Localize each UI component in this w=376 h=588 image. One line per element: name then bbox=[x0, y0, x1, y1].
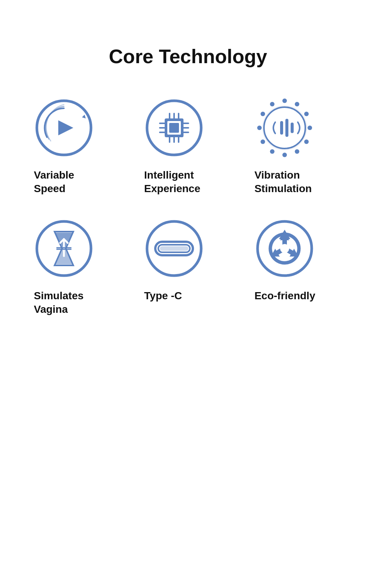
vibration-stimulation-icon bbox=[255, 98, 315, 158]
svg-point-21 bbox=[304, 112, 309, 116]
card-simulates-vagina: SimulatesVagina bbox=[26, 218, 129, 317]
svg-point-20 bbox=[295, 102, 299, 106]
eco-friendly-label: Eco-friendly bbox=[255, 289, 315, 303]
svg-point-27 bbox=[261, 139, 265, 144]
type-c-label: Type -C bbox=[144, 289, 182, 303]
svg-point-25 bbox=[282, 153, 287, 157]
eco-friendly-icon bbox=[255, 218, 315, 279]
svg-rect-5 bbox=[169, 123, 179, 133]
svg-marker-1 bbox=[58, 120, 73, 135]
svg-point-23 bbox=[304, 139, 309, 144]
intelligent-experience-label: IntelligentExperience bbox=[144, 168, 200, 196]
svg-rect-33 bbox=[280, 121, 283, 135]
simulates-vagina-icon bbox=[34, 218, 94, 279]
card-vibration-stimulation: VibrationStimulation bbox=[247, 98, 350, 196]
type-c-icon bbox=[144, 218, 204, 279]
card-variable-speed: VariableSpeed bbox=[26, 98, 129, 196]
svg-point-45 bbox=[280, 244, 289, 253]
features-grid: VariableSpeed bbox=[19, 98, 357, 317]
svg-point-30 bbox=[270, 102, 274, 106]
variable-speed-icon bbox=[34, 98, 94, 158]
intelligent-experience-icon bbox=[144, 98, 204, 158]
svg-point-28 bbox=[257, 126, 262, 130]
svg-rect-43 bbox=[160, 246, 188, 251]
svg-point-19 bbox=[282, 99, 287, 103]
svg-point-24 bbox=[295, 149, 299, 154]
svg-point-26 bbox=[270, 149, 274, 154]
vibration-stimulation-label: VibrationStimulation bbox=[255, 168, 312, 196]
variable-speed-label: VariableSpeed bbox=[34, 168, 74, 196]
svg-point-29 bbox=[261, 112, 265, 116]
page-title: Core Technology bbox=[109, 45, 267, 68]
svg-rect-35 bbox=[291, 123, 294, 133]
simulates-vagina-label: SimulatesVagina bbox=[34, 289, 83, 317]
card-intelligent-experience: IntelligentExperience bbox=[136, 98, 239, 196]
svg-point-22 bbox=[308, 126, 312, 130]
card-eco-friendly: Eco-friendly bbox=[247, 218, 350, 317]
card-type-c: Type -C bbox=[136, 218, 239, 317]
svg-rect-34 bbox=[285, 119, 288, 137]
